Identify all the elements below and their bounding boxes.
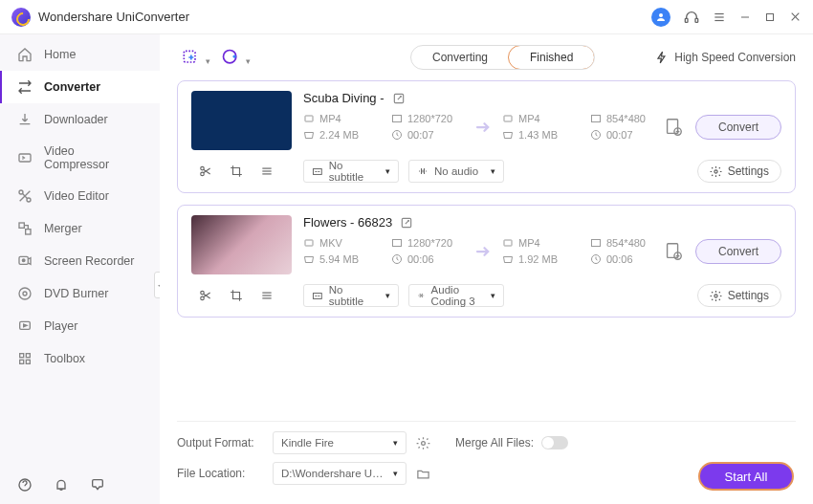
svg-rect-20 [20,354,24,358]
start-all-button[interactable]: Start All [698,462,794,491]
file-location-dropdown[interactable]: D:\Wondershare UniConverter▾ [273,462,406,485]
svg-rect-29 [393,116,402,122]
menu-icon[interactable] [713,11,726,24]
svg-rect-32 [592,116,601,122]
maximize-icon[interactable] [764,11,776,23]
svg-rect-28 [305,116,313,121]
home-icon [17,47,33,62]
settings-button[interactable]: Settings [697,284,781,307]
sidebar-item-recorder[interactable]: Screen Recorder [0,245,160,277]
src-res: 1280*720 [391,113,464,124]
headset-icon[interactable] [684,10,699,25]
dst-format: MP4 [502,113,590,124]
convert-button[interactable]: Convert [695,115,781,140]
output-settings-icon[interactable] [663,117,684,138]
close-icon[interactable] [789,11,802,23]
tab-finished[interactable]: Finished [508,45,595,70]
src-size: 5.94 MB [303,253,391,265]
settings-button[interactable]: Settings [697,160,781,183]
src-format: MP4 [303,113,391,124]
svg-rect-13 [19,223,24,228]
output-format-dropdown[interactable]: Kindle Fire▾ [273,431,406,454]
sidebar-item-label: Downloader [44,113,108,126]
sidebar-item-label: Player [44,319,77,333]
dst-res: 854*480 [590,237,663,249]
sidebar-item-label: Video Editor [44,189,109,203]
dst-res: 854*480 [590,113,663,124]
sidebar-item-converter[interactable]: Converter [0,71,160,103]
svg-rect-22 [20,360,24,363]
subtitle-dropdown[interactable]: No subtitle▾ [303,160,399,183]
merger-icon [17,221,33,236]
video-thumbnail[interactable] [191,91,292,150]
svg-rect-14 [26,230,31,234]
output-format-label: Output Format: [177,436,263,449]
trim-icon[interactable] [199,289,212,302]
sidebar-item-label: DVD Burner [44,287,108,300]
svg-rect-57 [313,294,321,299]
help-icon[interactable] [17,477,33,493]
add-dvd-button[interactable]: ▾ [217,44,244,71]
sidebar-item-label: Home [44,48,76,61]
recorder-icon [17,253,33,269]
svg-rect-7 [767,13,774,20]
effects-icon[interactable] [260,164,274,178]
feedback-icon[interactable] [90,477,105,493]
merge-toggle[interactable] [541,436,568,449]
sidebar-item-label: Converter [44,80,100,94]
toolbox-icon [17,351,33,366]
converter-icon [17,79,33,95]
src-dur: 00:07 [391,129,464,141]
sidebar-item-downloader[interactable]: Downloader [0,103,160,136]
sidebar: Home Converter Downloader Video Compress… [0,34,160,504]
sidebar-item-label: Video Compressor [44,144,143,171]
output-settings-icon[interactable] [663,241,684,262]
sidebar-item-merger[interactable]: Merger [0,212,160,245]
video-thumbnail[interactable] [191,215,292,274]
downloader-icon [17,112,33,127]
bell-icon[interactable] [54,477,69,493]
file-title: Flowers - 66823 [303,215,392,230]
svg-rect-41 [313,169,321,175]
file-title: Scuba Diving - [303,91,385,105]
dst-dur: 00:06 [590,253,663,265]
merge-label: Merge All Files: [455,436,534,449]
edit-title-icon[interactable] [392,92,406,105]
edit-title-icon[interactable] [400,216,413,230]
status-tabs: Converting Finished [410,45,595,70]
sidebar-item-dvd[interactable]: DVD Burner [0,277,160,310]
svg-point-17 [19,288,31,299]
svg-point-58 [714,294,717,296]
src-format: MKV [303,237,391,249]
minimize-icon[interactable] [739,11,751,23]
sidebar-item-editor[interactable]: Video Editor [0,180,160,212]
effects-icon[interactable] [260,289,274,302]
src-res: 1280*720 [391,237,464,249]
svg-point-42 [714,169,717,172]
player-icon [17,318,33,334]
subtitle-dropdown[interactable]: No subtitle▾ [303,284,399,307]
account-icon[interactable] [651,8,670,27]
crop-icon[interactable] [230,289,243,302]
audio-dropdown[interactable]: Audio Coding 3▾ [408,284,504,307]
convert-button[interactable]: Convert [695,239,781,264]
svg-point-16 [22,259,25,262]
crop-icon[interactable] [230,164,243,178]
dst-format: MP4 [502,237,590,249]
tab-converting[interactable]: Converting [411,46,509,69]
trim-icon[interactable] [199,164,212,178]
sidebar-item-home[interactable]: Home [0,38,160,71]
format-settings-icon[interactable] [416,436,430,450]
audio-dropdown[interactable]: No audio▾ [408,160,504,183]
sidebar-item-toolbox[interactable]: Toolbox [0,342,160,375]
add-file-button[interactable]: ▾ [177,44,204,71]
file-card: Flowers - 66823 MKV5.94 MB 1280*72000:06… [177,205,796,318]
compressor-icon [17,150,33,165]
dvd-icon [17,286,33,301]
sidebar-item-compressor[interactable]: Video Compressor [0,136,160,180]
svg-rect-2 [695,18,698,22]
open-folder-icon[interactable] [416,467,430,481]
high-speed-conversion[interactable]: High Speed Conversion [655,51,796,64]
file-location-label: File Location: [177,467,263,480]
sidebar-item-player[interactable]: Player [0,310,160,342]
